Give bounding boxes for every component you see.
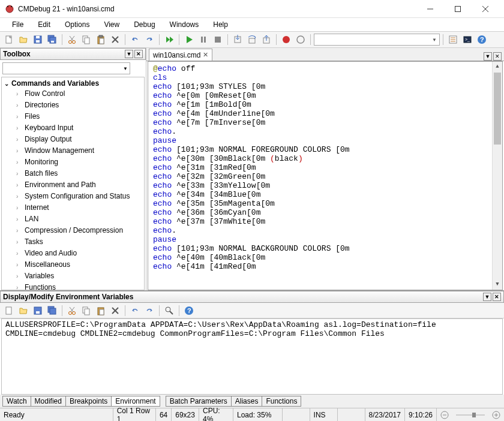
tree-item[interactable]: ›System Configuration and Status bbox=[2, 191, 144, 202]
env-dropdown-icon[interactable]: ▼ bbox=[483, 293, 491, 301]
cut-icon[interactable] bbox=[65, 33, 79, 46]
step-over-icon[interactable] bbox=[245, 33, 259, 46]
zoom-slider[interactable] bbox=[452, 408, 488, 421]
bottom-tab-breakpoints[interactable]: Breakpoints bbox=[65, 396, 112, 407]
tree-item[interactable]: ›Tasks bbox=[2, 236, 144, 248]
svg-rect-45 bbox=[50, 308, 56, 314]
open-folder-icon[interactable] bbox=[17, 33, 30, 46]
scroll-up-icon[interactable]: ▲ bbox=[493, 62, 502, 72]
bottom-tab-environment[interactable]: Environment bbox=[111, 396, 160, 407]
menu-options[interactable]: Options bbox=[59, 20, 95, 29]
tree-root[interactable]: ⌄ Commands and Variables bbox=[2, 79, 144, 88]
zoom-in-icon[interactable] bbox=[488, 408, 504, 421]
env-delete-icon[interactable] bbox=[109, 304, 122, 317]
properties-icon[interactable] bbox=[446, 33, 460, 46]
svg-point-32 bbox=[297, 36, 304, 43]
pause-icon[interactable] bbox=[197, 33, 210, 46]
tab-dropdown-icon[interactable]: ▼ bbox=[484, 52, 492, 61]
bottom-tab-watch[interactable]: Watch bbox=[2, 396, 31, 407]
bottom-tab-batch-parameters[interactable]: Batch Parameters bbox=[166, 396, 232, 407]
toolbox-search-combo[interactable]: ▼ bbox=[2, 62, 130, 74]
menu-view[interactable]: View bbox=[98, 20, 125, 29]
save-icon[interactable] bbox=[31, 33, 44, 46]
editor-tab[interactable]: win10ansi.cmd ✕ bbox=[149, 49, 212, 61]
tree-item[interactable]: ›LAN bbox=[2, 213, 144, 225]
env-copy-icon[interactable] bbox=[80, 304, 93, 317]
tree-item[interactable]: ›Files bbox=[2, 111, 144, 122]
run-icon[interactable] bbox=[182, 33, 196, 46]
breakpoint-disabled-icon[interactable] bbox=[294, 33, 307, 46]
new-file-icon[interactable] bbox=[2, 33, 16, 46]
help-icon[interactable]: ? bbox=[475, 33, 488, 46]
tree-item[interactable]: ›Compression / Decompression bbox=[2, 225, 144, 236]
toolbox-tree[interactable]: ⌄ Commands and Variables ›Flow Control›D… bbox=[1, 77, 145, 290]
bottom-tab-modified[interactable]: Modified bbox=[31, 396, 66, 407]
env-close-icon[interactable]: ✕ bbox=[493, 293, 501, 301]
tree-item[interactable]: ›Environment and Path bbox=[2, 179, 144, 191]
run-fast-icon[interactable] bbox=[163, 33, 176, 46]
env-find-icon[interactable] bbox=[163, 304, 176, 317]
menu-help[interactable]: Help bbox=[207, 20, 234, 29]
tree-item[interactable]: ›Monitoring bbox=[2, 157, 144, 168]
editor-scrollbar[interactable]: ▲ ▼ bbox=[492, 62, 502, 290]
tab-close-all-icon[interactable]: ✕ bbox=[493, 52, 502, 61]
env-cut-icon[interactable] bbox=[65, 304, 79, 317]
copy-icon[interactable] bbox=[80, 33, 93, 46]
env-paste-icon[interactable] bbox=[94, 304, 107, 317]
paste-icon[interactable] bbox=[94, 33, 107, 46]
env-text-area[interactable]: ALLUSERSPROFILE=C:\ProgramData APPDATA=C… bbox=[1, 318, 503, 395]
delete-icon[interactable] bbox=[109, 33, 122, 46]
env-save-icon[interactable] bbox=[31, 304, 44, 317]
env-new-icon[interactable] bbox=[2, 304, 16, 317]
breakpoint-icon[interactable] bbox=[280, 33, 293, 46]
menu-windows[interactable]: Windows bbox=[164, 20, 205, 29]
minimize-button[interactable] bbox=[416, 0, 444, 18]
tree-item[interactable]: ›Internet bbox=[2, 202, 144, 213]
maximize-button[interactable] bbox=[444, 0, 472, 18]
menu-debug[interactable]: Debug bbox=[128, 20, 161, 29]
code-editor[interactable]: @echo off cls echo [101;93m STYLES [0m e… bbox=[148, 61, 503, 290]
env-undo-icon[interactable] bbox=[128, 304, 142, 317]
tree-item[interactable]: ›Variables bbox=[2, 270, 144, 282]
tree-item[interactable]: ›Flow Control bbox=[2, 88, 144, 100]
tree-item[interactable]: ›Miscellaneous bbox=[2, 259, 144, 270]
status-date: 8/23/2017 bbox=[365, 408, 405, 421]
env-open-icon[interactable] bbox=[17, 304, 30, 317]
stop-icon[interactable] bbox=[211, 33, 224, 46]
tab-close-icon[interactable]: ✕ bbox=[203, 51, 208, 59]
menu-file[interactable]: File bbox=[6, 20, 29, 29]
undo-icon[interactable] bbox=[128, 33, 142, 46]
scroll-down-icon[interactable]: ▼ bbox=[493, 279, 502, 290]
chevron-right-icon: › bbox=[16, 225, 25, 236]
tree-item-label: Files bbox=[25, 112, 40, 122]
step-out-icon[interactable] bbox=[260, 33, 273, 46]
save-all-icon[interactable] bbox=[46, 33, 59, 46]
tree-item[interactable]: ›Directories bbox=[2, 100, 144, 111]
scroll-thumb[interactable] bbox=[494, 73, 501, 145]
tree-item[interactable]: ›Video and Audio bbox=[2, 248, 144, 259]
status-time: 9:10:26 bbox=[405, 408, 437, 421]
bottom-tab-functions[interactable]: Functions bbox=[262, 396, 301, 407]
redo-icon[interactable] bbox=[143, 33, 156, 46]
tree-item-label: Miscellaneous bbox=[25, 260, 70, 270]
panel-dropdown-icon[interactable]: ▼ bbox=[125, 50, 133, 58]
terminal-icon[interactable]: >_ bbox=[461, 33, 474, 46]
env-saveall-icon[interactable] bbox=[46, 304, 59, 317]
env-redo-icon[interactable] bbox=[143, 304, 156, 317]
close-button[interactable] bbox=[472, 0, 499, 18]
menu-edit[interactable]: Edit bbox=[32, 20, 56, 29]
env-help-icon[interactable]: ? bbox=[182, 304, 196, 317]
panel-close-icon[interactable]: ✕ bbox=[134, 50, 143, 58]
step-into-icon[interactable] bbox=[231, 33, 244, 46]
zoom-out-icon[interactable] bbox=[437, 408, 452, 421]
tree-item[interactable]: ›Keyboard Input bbox=[2, 122, 144, 134]
status-ready: Ready bbox=[0, 408, 113, 421]
bottom-tab-aliases[interactable]: Aliases bbox=[231, 396, 263, 407]
command-combo[interactable]: ▼ bbox=[314, 34, 440, 46]
tree-item[interactable]: ›Display Output bbox=[2, 134, 144, 145]
tree-item-label: System Configuration and Status bbox=[25, 191, 130, 202]
tree-item[interactable]: ›Batch files bbox=[2, 168, 144, 179]
tree-item[interactable]: ›Window Management bbox=[2, 145, 144, 157]
svg-rect-41 bbox=[6, 307, 11, 314]
tree-item[interactable]: ›Functions bbox=[2, 282, 144, 290]
